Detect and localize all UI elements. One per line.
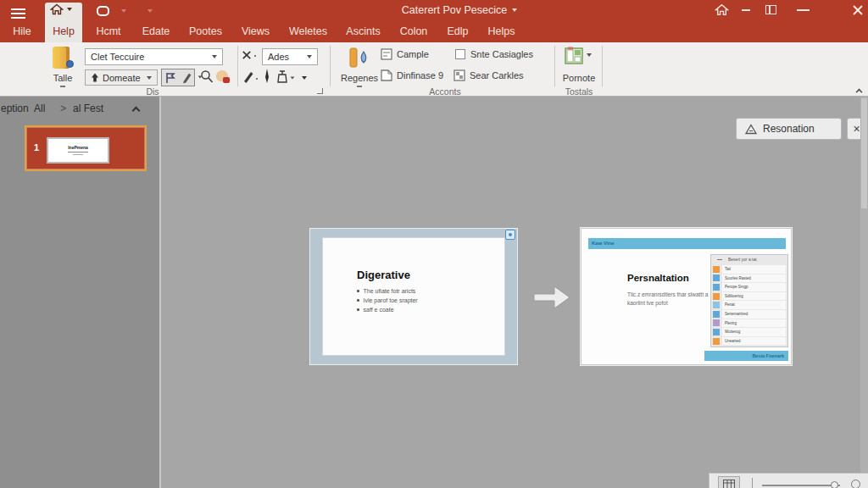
font-combo[interactable]: Domeate (85, 69, 158, 86)
pornote-button[interactable]: Pornote (558, 45, 600, 87)
chevron-down-icon (307, 55, 312, 58)
restore-icon (769, 6, 771, 14)
vertical-scrollbar[interactable] (860, 97, 868, 473)
theme-combo[interactable]: Clet Teccuire (85, 48, 223, 65)
transition-arrow-icon (532, 283, 571, 312)
list-item: Wotterog (713, 328, 786, 336)
flag-icon[interactable] (165, 72, 175, 84)
group-separator (330, 46, 331, 86)
color-swatch-icon (713, 302, 720, 308)
collapse-ribbon-icon[interactable] (856, 89, 863, 96)
ink-bottle-icon[interactable] (277, 70, 287, 83)
scrollbar-thumb[interactable] (861, 98, 867, 208)
tab-edlp[interactable]: Edlp (441, 20, 475, 42)
tab-edate[interactable]: Edate (136, 20, 176, 42)
close-window-button[interactable] (853, 5, 863, 15)
talle-caret-icon (60, 86, 65, 87)
sync-dot-icon (509, 233, 512, 236)
sear-carkles-icon (453, 69, 465, 81)
snte-casiagles-checkbox[interactable]: Snte Casiagles (455, 49, 533, 59)
talle-paste-button[interactable]: Talle (44, 45, 81, 87)
group-separator (602, 46, 603, 86)
cample-button[interactable]: Cample (381, 48, 429, 60)
theme-combo-value: Clet Teccuire (91, 52, 144, 62)
chevron-down-icon (587, 53, 592, 57)
dinfinase-label: Dinfinase 9 (397, 70, 443, 80)
color-swatch-icon (713, 311, 720, 318)
dinfinase-button[interactable]: Dinfinase 9 (381, 69, 443, 81)
minimize-button[interactable] (797, 9, 810, 11)
pencil-icon[interactable] (181, 72, 192, 84)
search-icon[interactable] (200, 69, 214, 84)
tab-help[interactable]: Help (46, 20, 81, 42)
list-item-label: Unearted (722, 337, 786, 346)
tab-colon[interactable]: Colon (393, 20, 434, 42)
breadcrumb-part2[interactable]: All (34, 103, 45, 114)
slide-right-header-bar: Kaw Vine (588, 238, 786, 249)
clear-formatting-icon[interactable] (242, 51, 251, 59)
thumbnail-title: InePmena (48, 145, 108, 150)
tab-hcmt[interactable]: Hcmt (88, 20, 129, 42)
undo-caret-icon[interactable] (121, 9, 126, 13)
titlebar-home-button[interactable] (715, 3, 729, 19)
dot-icon (256, 78, 258, 80)
slide-preview-left[interactable]: Digerative The ufiate fotr aricts Ivle p… (309, 228, 518, 365)
hamburger-menu-icon[interactable] (11, 6, 25, 21)
view-mode-button[interactable] (718, 476, 740, 488)
fountain-pen-icon[interactable] (264, 69, 270, 84)
resonation-label: Resonation (763, 123, 815, 135)
zoom-slider-track[interactable] (762, 485, 840, 486)
chevron-down-icon[interactable] (302, 76, 307, 80)
list-item: Sdbloertog (713, 292, 786, 301)
regenes-button[interactable]: Regenes (337, 45, 381, 87)
tab-hile[interactable]: Hile (5, 20, 39, 42)
dash-button[interactable] (742, 9, 750, 11)
slide-left-title: Digerative (357, 269, 410, 281)
globe-icon (66, 60, 74, 68)
sear-carkles-button[interactable]: Sear Carkles (453, 69, 524, 81)
resonation-button[interactable]: Resonation (736, 118, 842, 140)
pen-icon[interactable] (242, 70, 254, 83)
bullet-icon (357, 290, 359, 292)
list-item-label: Sourles Rasted (722, 274, 786, 283)
slide-sync-icon[interactable] (505, 230, 515, 240)
group-separator (237, 46, 238, 86)
panel-divider[interactable] (159, 97, 161, 488)
format-painter-icon[interactable] (216, 70, 228, 81)
zoom-slider-knob[interactable] (831, 481, 838, 488)
slide-number: 1 (34, 142, 39, 152)
tab-ascints[interactable]: Ascints (340, 20, 387, 42)
tab-weletes[interactable]: Weletes (283, 20, 333, 42)
format-tools-box (161, 69, 195, 86)
slide-left-bullet-1: The ufiate fotr aricts (364, 287, 416, 295)
tab-pootes[interactable]: Pootes (183, 20, 228, 42)
size-combo[interactable]: Ades (262, 48, 318, 65)
slide-right-body: Tlic.z emranrsdtlers thar slwattt a kaor… (627, 291, 712, 307)
slide-right-list-panel: Beseri yor a tat Tati Sourles Rasted Per… (710, 254, 788, 347)
chevron-down-icon[interactable] (291, 76, 295, 79)
quick-home-button[interactable] (50, 3, 72, 15)
tab-helps[interactable]: Helps (481, 20, 521, 42)
slide-thumbnail[interactable]: 1 InePmena (25, 125, 147, 171)
slide-left-bullet-3: saff e coate (364, 306, 394, 313)
color-swatch-icon (713, 319, 720, 326)
zoom-fit-button[interactable] (851, 480, 860, 488)
redo-caret-icon[interactable] (147, 9, 153, 13)
color-swatch-icon (713, 329, 720, 336)
color-swatch-icon (713, 338, 720, 345)
tab-views[interactable]: Views (235, 20, 276, 42)
slide-left-surface: Digerative The ufiate fotr aricts Ivle p… (322, 237, 505, 356)
dialog-launcher-icon[interactable] (317, 88, 323, 94)
breadcrumb-part1[interactable]: eption (1, 103, 29, 114)
dinfinase-icon (381, 69, 392, 81)
list-item-label: Sdbloertog (722, 292, 786, 301)
list-item-label: Senemarttred (722, 310, 786, 319)
slide-right-footer-bar: Besia Fnenark (704, 351, 788, 361)
breadcrumb-part3[interactable]: al Fest (73, 103, 103, 114)
restore-window-button[interactable] (765, 5, 776, 14)
pornote-label: Pornote (558, 73, 600, 83)
shape-icon[interactable] (97, 6, 109, 16)
group-separator (554, 46, 555, 86)
list-item: Penat (713, 301, 786, 309)
slide-preview-right[interactable]: Kaw Vine Persnaltation Tlic.z emranrsdtl… (581, 228, 792, 365)
